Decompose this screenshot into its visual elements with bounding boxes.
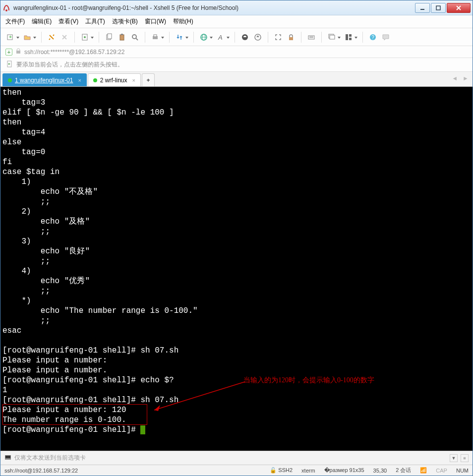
toolbar-separator — [74, 32, 75, 43]
svg-rect-10 — [108, 34, 112, 39]
status-term: xterm — [301, 468, 315, 474]
svg-rect-34 — [16, 51, 20, 54]
status-dot-icon — [93, 78, 97, 82]
terminal[interactable]: then tag=3 elif [ $n -ge 90 ] && [ $n -l… — [0, 87, 473, 451]
annotation-arrow-icon — [148, 379, 247, 414]
toolbar-separator — [145, 32, 145, 43]
tab-session-2[interactable]: 2 wrf-linux × — [88, 73, 141, 86]
toolbar-separator — [268, 32, 268, 43]
svg-point-13 — [132, 35, 136, 39]
lock-button[interactable] — [285, 31, 297, 43]
disconnect-button[interactable] — [59, 31, 70, 43]
minimize-button[interactable] — [415, 3, 430, 13]
layout-button[interactable] — [343, 31, 355, 43]
toolbar-separator — [41, 32, 42, 43]
toolbar-separator — [321, 32, 322, 43]
fullscreen-button[interactable] — [272, 31, 284, 43]
status-bar: ssh://root@192.168.57.129:22 🔓 SSH2 xter… — [0, 465, 473, 476]
svg-line-14 — [136, 38, 138, 40]
status-connection: ssh://root@192.168.57.129:22 — [4, 468, 78, 474]
address-text[interactable]: ssh://root:********@192.168.57.129:22 — [24, 49, 124, 56]
svg-rect-29 — [346, 34, 348, 40]
titlebar: wangruifenglinux-01 - root@wangruifeng-0… — [0, 0, 473, 15]
status-dot-icon — [8, 78, 12, 82]
menu-tools[interactable]: 工具(T) — [85, 17, 105, 26]
terminal-cursor — [140, 425, 145, 434]
tab-bar: 1 wangruifenglinux-01 × 2 wrf-linux × + … — [0, 72, 473, 87]
status-sessions: 2 会话 — [396, 467, 411, 474]
menu-file[interactable]: 文件(F) — [5, 17, 25, 26]
annotation-text: 当输入的为120时，会提示输入0-100的数字 — [243, 375, 374, 385]
svg-text:A: A — [218, 34, 223, 41]
window-buttons — [414, 3, 471, 13]
window-title: wangruifenglinux-01 - root@wangruifeng-0… — [13, 4, 414, 11]
status-num: NUM — [456, 468, 469, 474]
svg-rect-31 — [349, 38, 352, 40]
svg-point-0 — [5, 9, 7, 11]
tab-close-icon[interactable]: × — [78, 77, 81, 83]
toolbar-separator — [99, 32, 99, 43]
menu-help[interactable]: 帮助(H) — [173, 17, 193, 26]
hint-bar: 要添加当前会话，点击左侧的箭头按钮。 — [0, 58, 473, 72]
sessions-button[interactable] — [326, 31, 338, 43]
compose-history-button[interactable]: ▼ — [450, 454, 458, 462]
maximize-button[interactable] — [431, 3, 446, 13]
svg-rect-23 — [289, 37, 293, 40]
svg-marker-37 — [154, 405, 160, 411]
toolbar-separator — [169, 32, 170, 43]
font-button[interactable]: A — [215, 31, 227, 43]
status-signal-icon: 📶 — [420, 467, 427, 474]
xftp-button[interactable] — [252, 31, 264, 43]
svg-rect-2 — [436, 6, 440, 10]
keyboard-button[interactable] — [305, 31, 317, 43]
new-session-button[interactable]: + — [4, 31, 16, 43]
svg-rect-39 — [5, 456, 10, 458]
find-button[interactable] — [129, 31, 141, 43]
menu-window[interactable]: 窗口(W) — [145, 17, 166, 26]
tab-add-button[interactable]: + — [142, 73, 155, 86]
lock-icon — [15, 48, 21, 56]
toolbar-separator — [193, 32, 194, 43]
svg-rect-30 — [349, 34, 352, 37]
svg-rect-11 — [120, 35, 124, 40]
compose-icon — [4, 454, 11, 462]
svg-line-36 — [154, 382, 245, 410]
copy-button[interactable] — [103, 31, 115, 43]
toolbar-separator — [362, 32, 363, 43]
app-icon — [2, 4, 10, 12]
globe-button[interactable] — [198, 31, 210, 43]
add-session-icon[interactable]: + — [5, 49, 12, 56]
open-button[interactable] — [21, 31, 33, 43]
compose-bar: 仅将文本发送到当前选项卡 ▼ ≡ — [0, 451, 473, 465]
address-bar: + ssh://root:********@192.168.57.129:22 — [0, 46, 473, 58]
tab-nav[interactable]: ◄ ► — [452, 75, 469, 82]
tab-session-1[interactable]: 1 wangruifenglinux-01 × — [2, 73, 87, 86]
menu-edit[interactable]: 编辑(E) — [32, 17, 52, 26]
annotation-box — [2, 404, 147, 425]
toolbar-separator — [235, 32, 235, 43]
paste-button[interactable] — [116, 31, 128, 43]
status-cap: CAP — [436, 468, 447, 474]
chat-button[interactable] — [380, 31, 392, 43]
properties-button[interactable] — [79, 31, 91, 43]
compose-input[interactable]: 仅将文本发送到当前选项卡 — [14, 454, 447, 462]
compose-target-button[interactable]: ≡ — [461, 454, 469, 462]
svg-text:+: + — [9, 34, 12, 40]
tab-close-icon[interactable]: × — [132, 77, 135, 83]
status-cursor-pos: 35,30 — [373, 468, 387, 474]
xagent-button[interactable] — [239, 31, 251, 43]
hint-arrow-icon[interactable] — [5, 60, 13, 69]
close-button[interactable] — [447, 3, 471, 13]
status-size: �размер 91x35 — [324, 467, 364, 474]
help-button[interactable]: ? — [367, 31, 379, 43]
status-ssh: 🔓 SSH2 — [270, 467, 293, 474]
menubar: 文件(F) 编辑(E) 查看(V) 工具(T) 选项卡(B) 窗口(W) 帮助(… — [0, 15, 473, 28]
svg-rect-16 — [154, 35, 157, 37]
menu-tabs[interactable]: 选项卡(B) — [112, 17, 138, 26]
svg-rect-28 — [330, 35, 335, 39]
reconnect-button[interactable] — [46, 31, 58, 43]
toolbar: + A ? — [0, 28, 473, 46]
menu-view[interactable]: 查看(V) — [59, 17, 78, 26]
transfer-button[interactable] — [174, 31, 185, 43]
print-button[interactable] — [149, 31, 161, 43]
